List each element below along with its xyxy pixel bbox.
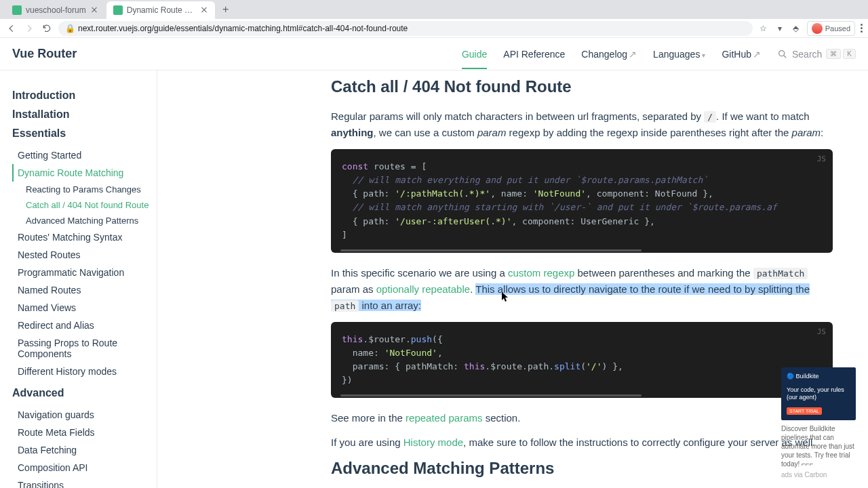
code-path: path	[331, 300, 359, 312]
search-icon	[777, 49, 788, 60]
sidebar-item[interactable]: Route Meta Fields	[12, 424, 157, 441]
favicon-icon	[113, 5, 123, 15]
ad-description: Discover Buildkite pipelines that can au…	[781, 424, 856, 468]
main-content[interactable]: Catch all / 404 Not found Route Regular …	[157, 70, 868, 488]
sidebar-item[interactable]: Passing Props to Route Components	[12, 334, 157, 363]
forward-button[interactable]	[23, 22, 35, 35]
browser-tab-1[interactable]: Dynamic Route Matching with	[106, 1, 215, 19]
browser-tabbar: vueschool-forum Dynamic Route Matching w…	[0, 0, 868, 19]
svg-point-0	[779, 50, 785, 56]
code-lang: js	[817, 326, 826, 338]
paragraph: In this specific scenario we are using a…	[331, 265, 833, 314]
code-block-1[interactable]: jsconst routes = [ // will match everyth…	[331, 149, 833, 253]
sidebar-item[interactable]: Transitions	[12, 476, 157, 488]
search-shortcut: ⌘K	[826, 49, 856, 59]
nav-changelog[interactable]: Changelog↗	[581, 49, 637, 60]
url-bar[interactable]: 🔒 next.router.vuejs.org/guide/essentials…	[58, 21, 753, 36]
carbon-ad[interactable]: 🔵 Buildkite Your code, your rules (our a…	[781, 367, 856, 479]
sidebar-item[interactable]: Different History modes	[12, 363, 157, 380]
sidebar[interactable]: Introduction Installation Essentials Get…	[0, 70, 157, 488]
url-text: next.router.vuejs.org/guide/essentials/d…	[78, 24, 408, 33]
sidebar-section-installation[interactable]: Installation	[12, 108, 157, 121]
site-header: Vue Router Guide API Reference Changelog…	[0, 38, 868, 70]
profile-paused[interactable]: Paused	[807, 21, 855, 36]
sidebar-section-essentials: Essentials	[12, 127, 157, 140]
external-link-icon: ↗	[753, 49, 761, 60]
sidebar-item[interactable]: Composition API	[12, 459, 157, 476]
browser-toolbar: 🔒 next.router.vuejs.org/guide/essentials…	[0, 19, 868, 38]
sidebar-item-active[interactable]: Dynamic Route Matching	[12, 164, 157, 182]
sidebar-subitem-active[interactable]: Catch all / 404 Not found Route	[20, 197, 157, 213]
sidebar-item[interactable]: Data Fetching	[12, 441, 157, 459]
sidebar-item[interactable]: Named Routes	[12, 281, 157, 299]
paragraph: See more in the repeated params section.	[331, 410, 833, 426]
link-repeated-params[interactable]: repeated params	[406, 412, 482, 424]
back-button[interactable]	[5, 22, 18, 35]
code-slash: /	[704, 111, 716, 123]
close-icon[interactable]	[200, 6, 208, 14]
sidebar-item[interactable]: Getting Started	[12, 146, 157, 164]
link-history-mode[interactable]: History mode	[403, 436, 463, 448]
new-tab-button[interactable]: +	[219, 3, 233, 16]
paused-label: Paused	[825, 24, 850, 33]
nav-api[interactable]: API Reference	[503, 49, 565, 60]
heading-advanced-patterns: Advanced Matching Patterns	[331, 459, 833, 478]
chevron-down-icon: ▾	[702, 52, 705, 59]
star-icon[interactable]: ☆	[758, 23, 769, 34]
tab-title: Dynamic Route Matching with	[127, 5, 196, 15]
external-link-icon: ↗	[629, 49, 637, 60]
browser-tab-0[interactable]: vueschool-forum	[5, 1, 105, 19]
sidebar-subitem[interactable]: Reacting to Params Changes	[20, 182, 157, 197]
sidebar-item[interactable]: Navigation guards	[12, 406, 157, 424]
extension-icon-2[interactable]: ⬘	[791, 23, 802, 34]
paragraph: If you are using History mode, make sure…	[331, 434, 833, 451]
browser-menu-button[interactable]	[861, 24, 863, 33]
sidebar-item[interactable]: Redirect and Alias	[12, 317, 157, 334]
top-nav: Guide API Reference Changelog↗ Languages…	[462, 49, 856, 60]
sidebar-section-advanced: Advanced	[12, 387, 157, 399]
favicon-icon	[12, 5, 22, 15]
search-box[interactable]: Search ⌘K	[777, 49, 856, 60]
code-pathmatch: pathMatch	[753, 268, 808, 279]
sidebar-item[interactable]: Routes' Matching Syntax	[12, 228, 157, 246]
heading-catch-all: Catch all / 404 Not found Route	[331, 77, 833, 96]
link-custom-regexp[interactable]: custom regexp	[508, 267, 574, 279]
svg-line-1	[784, 56, 786, 58]
code-block-2[interactable]: jsthis.$router.push({ name: 'NotFound', …	[331, 322, 833, 399]
secure-icon: 🔒	[65, 24, 75, 33]
sidebar-item[interactable]: Named Views	[12, 299, 157, 317]
close-icon[interactable]	[90, 6, 98, 14]
link-optionally-repeatable[interactable]: optionally repeatable	[376, 283, 470, 295]
sidebar-section-introduction[interactable]: Introduction	[12, 89, 157, 102]
nav-github[interactable]: GitHub↗	[722, 49, 761, 60]
sidebar-subitem[interactable]: Advanced Matching Patterns	[20, 213, 157, 228]
nav-languages[interactable]: Languages▾	[653, 49, 705, 60]
tab-title: vueschool-forum	[26, 5, 86, 15]
sidebar-item[interactable]: Programmatic Navigation	[12, 264, 157, 281]
ad-image: 🔵 Buildkite Your code, your rules (our a…	[781, 367, 856, 420]
nav-guide[interactable]: Guide	[462, 49, 487, 69]
ad-via: ads via Carbon	[781, 471, 856, 479]
sidebar-item[interactable]: Nested Routes	[12, 246, 157, 264]
ad-headline: Your code, your rules (our agent)	[787, 386, 850, 401]
code-lang: js	[817, 153, 826, 165]
search-placeholder: Search	[792, 49, 822, 60]
ad-logo: 🔵 Buildkite	[787, 373, 850, 380]
ad-cta-button[interactable]: START TRIAL	[787, 407, 822, 415]
paragraph: Regular params will only match character…	[331, 108, 833, 141]
avatar-icon	[812, 23, 823, 34]
extension-icon[interactable]: ▾	[774, 23, 785, 34]
brand-title[interactable]: Vue Router	[12, 47, 77, 61]
reload-button[interactable]	[41, 22, 53, 35]
